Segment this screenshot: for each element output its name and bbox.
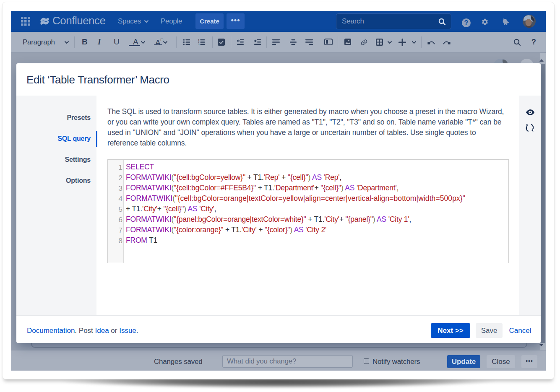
svg-text:3: 3 — [198, 43, 200, 45]
